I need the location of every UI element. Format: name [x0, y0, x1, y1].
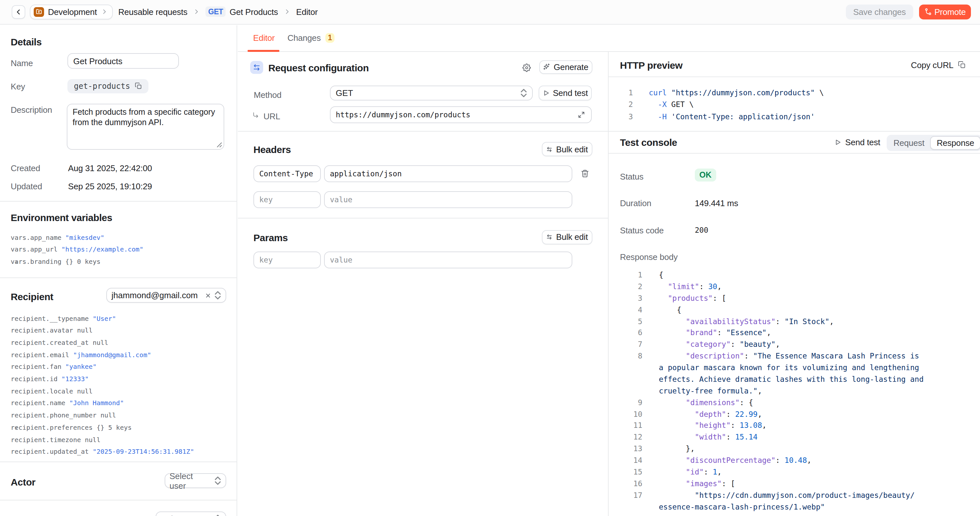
name-label: Name	[11, 58, 33, 68]
recipient-prop-value: "John Hammond"	[69, 400, 124, 407]
params-bulk-edit-button[interactable]: Bulk edit	[541, 230, 592, 244]
promote-icon	[924, 8, 932, 16]
line-number: 5	[609, 316, 642, 328]
url-input[interactable]: https://dummyjson.com/products	[330, 106, 592, 123]
code-line: 3 -H 'Content-Type: application/json'	[609, 111, 980, 123]
workspace-switcher[interactable]: Development	[30, 4, 113, 19]
copy-curl-button[interactable]: Copy cURL	[911, 60, 966, 70]
line-number: 7	[609, 339, 642, 351]
expand-chevron-icon[interactable]: ›	[14, 256, 18, 268]
promote-button[interactable]: Promote	[919, 5, 971, 19]
tab-changes[interactable]: Changes 1	[288, 33, 334, 43]
name-input[interactable]: Get Products	[67, 53, 179, 69]
top-bar: Development Reusable requests GET Get Pr…	[0, 0, 980, 24]
recipient-prop-key: recipient.name	[11, 400, 69, 407]
duration-label: Duration	[620, 198, 651, 208]
details-title: Details	[11, 36, 42, 47]
key-badge: get-products	[67, 79, 148, 93]
method-label: Method	[254, 90, 282, 100]
delete-header-icon[interactable]	[581, 169, 589, 177]
line-number: 6	[609, 328, 642, 339]
recipient-prop-row[interactable]: ›recipient.preferences {} 5 keys	[11, 422, 234, 434]
line-number: 3	[609, 293, 642, 305]
recipient-properties-list: recipient.__typename "User"recipient.ava…	[11, 313, 234, 458]
tab-editor[interactable]: Editor	[253, 33, 275, 43]
method-badge: GET	[205, 7, 226, 17]
created-value: Aug 31 2025, 22:42:00	[68, 163, 152, 173]
breadcrumb-request-name[interactable]: Get Products	[230, 7, 278, 17]
save-changes-button[interactable]: Save changes	[846, 5, 913, 19]
recipient-prop-row: recipient.email "jhammond@gmail.com"	[11, 349, 234, 361]
recipient-prop-key: recipient.__typename	[11, 315, 93, 322]
expand-icon[interactable]	[578, 111, 585, 119]
header-key-input-empty[interactable]: key	[253, 191, 321, 208]
line-number: 4	[609, 304, 642, 316]
generate-button[interactable]: Generate	[539, 60, 592, 74]
http-preview-header: HTTP preview Copy cURL	[609, 51, 980, 77]
toggle-response[interactable]: Response	[930, 136, 980, 150]
code-line: 8 "description": "The Essence Mascara La…	[609, 351, 980, 362]
copy-icon[interactable]	[135, 83, 142, 90]
status-code-label: Status code	[620, 225, 664, 235]
param-key-input[interactable]: key	[253, 251, 321, 268]
breadcrumb-editor[interactable]: Editor	[296, 7, 318, 17]
editor-column: Request configuration Generate Method GE…	[237, 51, 608, 516]
recipient-prop-value: {} 5 keys	[97, 424, 132, 431]
chevron-right-icon	[284, 9, 290, 15]
header-key-input[interactable]: Content-Type	[253, 165, 321, 182]
request-config-icon	[250, 61, 263, 74]
param-value-input[interactable]: value	[324, 251, 572, 268]
code-line: effects. Achieve dramatic lashes with th…	[609, 374, 980, 386]
header-value-input[interactable]: application/json	[324, 165, 572, 182]
recipient-prop-key: recipient.id	[11, 375, 62, 382]
chevron-right-icon	[193, 9, 200, 15]
line-number: 1	[609, 87, 633, 99]
recipient-prop-key: recipient.timezone	[11, 436, 85, 443]
method-select[interactable]: GET	[330, 85, 533, 100]
code-line: cruelty-free formula.",	[609, 386, 980, 397]
env-var-row[interactable]: ›vars.branding {} 0 keys	[11, 256, 230, 268]
environment-variables-title: Environment variables	[11, 212, 112, 223]
code-line: 17 "https://cdn.dummyjson.com/product-im…	[609, 490, 980, 502]
console-send-test-button[interactable]: Send test	[834, 137, 880, 147]
line-number: 9	[609, 397, 642, 409]
toggle-request[interactable]: Request	[888, 136, 930, 150]
recipient-prop-row: recipient.__typename "User"	[11, 313, 234, 325]
code-line: 1curl "https://dummyjson.com/products" \	[609, 87, 980, 99]
status-label: Status	[620, 172, 644, 181]
recipient-prop-row: recipient.updated_at "2025-09-23T14:56:3…	[11, 446, 234, 458]
description-textarea[interactable]: Fetch products from a specific category …	[67, 104, 224, 150]
line-number: 14	[609, 455, 642, 467]
duration-value: 149.441 ms	[695, 198, 738, 208]
play-icon	[834, 139, 841, 146]
line-number: 2	[609, 281, 642, 293]
preview-column: HTTP preview Copy cURL 1curl "https://du…	[609, 51, 980, 516]
headers-bulk-edit-button[interactable]: Bulk edit	[541, 142, 592, 156]
recipient-prop-key: recipient.fan	[11, 363, 65, 371]
breadcrumb-reusable-requests[interactable]: Reusable requests	[118, 7, 187, 17]
target-select[interactable]: Select tenant	[156, 511, 226, 516]
send-test-button[interactable]: Send test	[539, 85, 592, 100]
line-number: 17	[609, 490, 642, 502]
response-body-label: Response body	[620, 252, 678, 262]
code-line: 5 "availabilityStatus": "In Stock",	[609, 316, 980, 328]
line-number: 10	[609, 409, 642, 420]
headers-title: Headers	[253, 144, 291, 155]
actor-select[interactable]: Select user	[164, 473, 226, 488]
code-line: 3 "products": [	[609, 293, 980, 305]
recipient-prop-value: "2025-09-23T14:56:31.981Z"	[93, 448, 194, 455]
resize-handle[interactable]	[215, 140, 222, 148]
gear-icon[interactable]	[522, 63, 530, 72]
clear-icon[interactable]	[205, 292, 211, 298]
recipient-select[interactable]: jhammond@gmail.com	[106, 288, 226, 303]
folder-icon	[34, 7, 44, 17]
bulk-edit-icon	[546, 145, 553, 153]
status-badge: OK	[695, 168, 716, 181]
header-value-input-empty[interactable]: value	[324, 191, 572, 208]
recipient-prop-row: recipient.id "12333"	[11, 373, 234, 385]
recipient-prop-row: recipient.timezone null	[11, 434, 234, 446]
back-button[interactable]	[12, 5, 25, 19]
code-line: 7 "category": "beauty",	[609, 339, 980, 351]
expand-chevron-icon[interactable]: ›	[14, 422, 18, 434]
request-config-title: Request configuration	[268, 62, 369, 73]
